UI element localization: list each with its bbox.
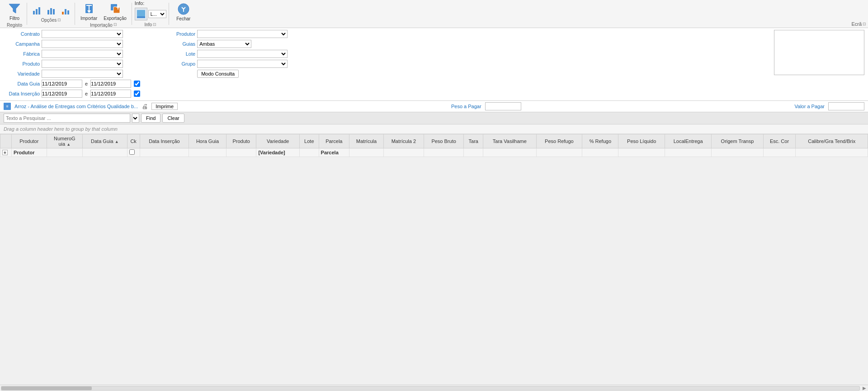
col-peso-refugo-header[interactable]: Peso Refugo [536,134,582,148]
filtro-label: Filtro [9,16,19,21]
col-data-guia-header[interactable]: Data Guia ▲ [82,134,127,148]
modo-consulta-button[interactable]: Modo Consulta [197,70,239,78]
filter-row-lote: Lote [159,50,288,58]
imprime-button[interactable]: Imprime [151,103,178,110]
col-tara-header[interactable]: Tara [464,134,483,148]
col-hora-guia-header[interactable]: Hora Guia [189,134,226,148]
row-matricula2-cell [383,148,424,157]
filter-row-modo: Modo Consulta [159,70,288,78]
col-expand-header[interactable] [0,134,12,148]
svg-rect-18 [137,10,145,16]
fechar-button[interactable]: Fechar [173,0,194,23]
svg-rect-7 [62,12,64,14]
col-calibre-header[interactable]: Calibre/Gra Tend/Brix [796,134,868,148]
data-guia-checkbox[interactable] [134,81,140,87]
importar-button[interactable]: Importar [78,0,100,22]
row-ck-cell [127,148,140,157]
data-guia-label: Data Guia [4,81,40,86]
col-esc-cor-header[interactable]: Esc. Cor [763,134,796,148]
grupo-select[interactable] [197,60,288,68]
ecra-group: Ecrã ⊡ [851,0,866,28]
scrollbar-track[interactable] [1,386,860,391]
exportacao-button[interactable]: Exportação [101,0,129,22]
exportacao-icon [108,1,123,16]
clear-button[interactable]: Clear [162,114,184,123]
fabrica-label: Fábrica [4,51,40,57]
info-select[interactable]: L... [148,10,166,18]
svg-rect-3 [38,7,40,14]
col-data-insercao-header[interactable]: Data Inserção [140,134,189,148]
filtro-button[interactable]: Filtro [5,0,24,22]
row-peso-bruto-cell [424,148,464,157]
scroll-right-arrow[interactable]: ▶ [861,386,868,391]
filter-row-produto: Produto [4,60,141,68]
numero-guia-sort: ▲ [66,142,71,147]
expand-icon[interactable]: + [2,150,8,155]
info-prefix: Info: [135,0,144,6]
find-button[interactable]: Find [141,114,160,123]
right-panel-box [774,30,864,75]
bottom-scrollbar[interactable]: ▶ [0,385,868,391]
close-group: Fechar [173,0,194,28]
data-insercao-checkbox[interactable] [134,91,140,97]
table-header-row: Produtor NumeroG uia ▲ Data Guia ▲ Ck [0,134,868,148]
ecra-label: Ecrã [851,21,862,27]
col-variedade-header[interactable]: Variedade [256,134,300,148]
peso-pagar-input[interactable] [485,102,521,110]
opcoes-expand-icon: ⊡ [57,18,61,22]
col-numero-guia-header[interactable]: NumeroG uia ▲ [47,134,82,148]
opcoes-btn3[interactable] [59,5,72,17]
col-ck-header[interactable]: Ck [127,134,140,148]
scrollbar-thumb[interactable] [1,386,92,390]
opcoes-btn2[interactable] [44,5,58,17]
row-expand-cell[interactable]: + [0,148,12,157]
variedade-select[interactable] [42,70,123,78]
search-dropdown[interactable] [132,114,139,123]
filter-area: Contrato Campanha Fábrica Produto Varied… [0,28,868,101]
fabrica-select[interactable] [42,50,123,58]
guias-select[interactable]: Ambas Entrada Saída [197,40,251,48]
col-tara-vasilhame-header[interactable]: Tara Vasilhame [483,134,537,148]
produtor-select[interactable] [197,30,288,38]
col-produtor-header[interactable]: Produtor [12,134,47,148]
valor-pagar-label: Valor a Pagar [795,104,825,109]
produto-select[interactable] [42,60,123,68]
col-origem-transp-header[interactable]: Origem Transp [712,134,763,148]
data-guia-from[interactable]: 11/12/2019 [42,80,82,88]
col-lote-header[interactable]: Lote [300,134,319,148]
print-icon[interactable]: 🖨 [142,103,148,110]
variedade-label: Variedade [4,71,40,76]
data-insercao-to[interactable]: 11/12/2019 [90,90,131,98]
ck-checkbox[interactable] [129,149,135,155]
svg-rect-15 [113,7,120,13]
opcoes-btn1[interactable] [30,5,43,17]
filter-row-fabrica: Fábrica [4,50,141,58]
col-parcela-header[interactable]: Parcela [319,134,349,148]
campanha-select[interactable] [42,40,123,48]
exportacao-label: Exportação [104,16,127,21]
table-scroll-area[interactable]: Drag a column header here to group by th… [0,124,868,385]
col-peso-bruto-header[interactable]: Peso Bruto [424,134,464,148]
valor-pagar-input[interactable] [828,102,864,110]
campanha-label: Campanha [4,41,40,47]
report-label[interactable]: Arroz - Análise de Entregas com Critério… [14,104,138,109]
contrato-label: Contrato [4,31,40,37]
col-matricula2-header[interactable]: Matrícula 2 [383,134,424,148]
col-produto-header[interactable]: Produto [226,134,256,148]
contrato-select[interactable] [42,30,123,38]
col-peso-liquido-header[interactable]: Peso Líquido [618,134,665,148]
lote-select[interactable] [197,50,288,58]
search-input[interactable] [4,114,130,123]
lote-label: Lote [159,51,195,57]
chart3-icon [61,6,71,16]
produto-label: Produto [4,61,40,67]
chart2-icon [46,6,56,16]
row-parcela-cell: Parcela [319,148,349,157]
col-matricula-header[interactable]: Matrícula [349,134,384,148]
col-pct-refugo-header[interactable]: % Refugo [582,134,618,148]
data-guia-to[interactable]: 11/12/2019 [90,80,131,88]
toolbar: Filtro Registo [0,0,868,28]
data-insercao-from[interactable]: 11/12/2019 [42,90,82,98]
col-local-entrega-header[interactable]: LocalEntrega [665,134,711,148]
toolbar-group-importacao: Importar Exportação Importação ⊡ [75,0,132,28]
